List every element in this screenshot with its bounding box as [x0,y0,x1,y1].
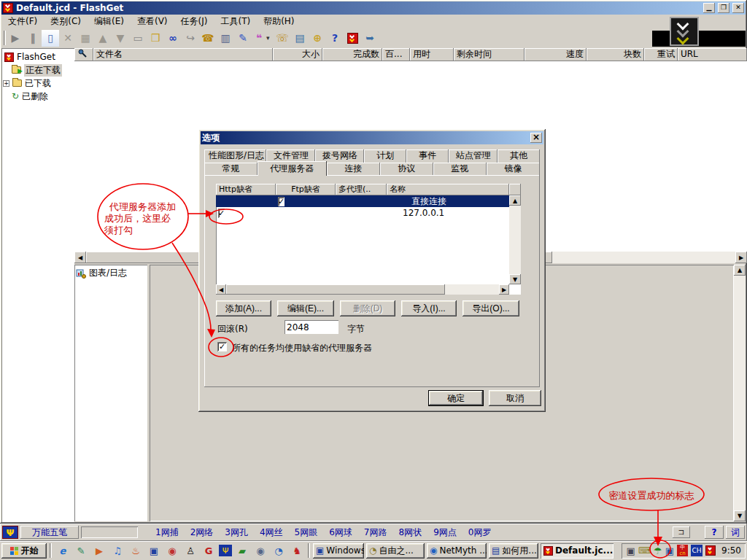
expander-plus-icon[interactable]: + [3,80,9,87]
ch-layout-icon[interactable]: CH [691,545,703,556]
column-blocks[interactable]: 块数 [587,48,644,61]
ime-name-button[interactable]: 万能五笔 [20,526,79,539]
cn-ime-icon[interactable]: 中 cn [677,545,688,556]
tree-item-deleted[interactable]: ↻ 已删除 [1,90,74,103]
tab-mirror[interactable]: 镜像 [487,163,540,176]
column-filename[interactable]: 文件名 [93,48,273,61]
scroll-right-icon[interactable]: ▶ [499,284,509,295]
properties-icon[interactable]: ▦ [77,30,94,47]
restore-button[interactable]: ❐ [718,3,729,13]
dropdown-arrow-icon[interactable]: ▾ [266,34,274,42]
flashget-toolbar-icon[interactable] [344,30,361,47]
site-explorer-icon[interactable]: ⊕ [309,30,326,47]
comment-icon[interactable]: ❝ [252,30,266,47]
menu-tools[interactable]: 工具(T) [214,14,257,29]
column-percent[interactable]: 百... [382,48,410,61]
column-name[interactable]: 名称 [387,184,509,195]
plug-icon[interactable]: ⌨ [638,545,651,556]
scroll-down-icon[interactable]: ▼ [734,510,746,521]
menu-edit[interactable]: 编辑(E) [88,14,131,29]
scroll-up-icon[interactable]: ▲ [734,265,746,276]
ime-candidate-1[interactable]: 1网捕 [155,526,179,539]
ime-mini-button[interactable]: コ [673,526,690,538]
column-multi-proxy[interactable]: 多代理(.. [336,184,387,195]
pin-column-header[interactable] [74,48,93,61]
column-http-default[interactable]: Http缺省 [216,184,276,195]
proxy-list-hscrollbar[interactable]: ◀ ▶ [216,284,509,295]
exit-icon[interactable]: ➥ [361,30,379,47]
lower-vscrollbar[interactable]: ▲ ▼ [734,265,746,521]
music-icon[interactable]: ♫ [109,543,125,558]
search-icon[interactable]: ◉ [164,543,180,558]
proxy-row-direct[interactable]: ✓ 直接连接 [216,195,509,207]
http-default-checkbox[interactable]: ✓ [218,209,225,218]
jump-icon[interactable]: ↪ [182,30,199,47]
umbrella-icon[interactable]: ☂ [654,545,662,556]
ime-help-button[interactable]: ? [705,526,724,539]
ime-candidate-5[interactable]: 5网眼 [295,526,318,539]
menu-file[interactable]: 文件(F) [1,14,44,29]
column-url[interactable]: URL [678,48,747,61]
export-button[interactable]: 导出(O)... [462,300,519,316]
menu-view[interactable]: 查看(V) [131,14,174,29]
minimize-button[interactable]: ▁ [703,3,715,13]
scroll-left-icon[interactable]: ◀ [74,252,86,263]
delete-icon[interactable]: ✕ [59,30,77,47]
ime-candidate-3[interactable]: 3网孔 [225,526,248,539]
antelope-icon[interactable]: ♞ [289,543,305,558]
ime-candidate-9[interactable]: 9网点 [433,526,457,539]
qq-penguin-icon[interactable]: ♙ [182,543,198,558]
pause-icon[interactable]: ‖ [24,30,42,47]
eye-icon[interactable]: ◉ [252,543,268,558]
tab-connection[interactable]: 连接 [327,163,380,176]
schedule-icon[interactable]: ☏ [274,30,291,47]
start-button[interactable]: 开始 [1,543,47,559]
ime-candidate-0[interactable]: 0网罗 [468,526,492,539]
ime-candidate-6[interactable]: 6网球 [329,526,352,539]
edit-log-icon[interactable]: ✎ [234,30,252,47]
network-computer-icon[interactable]: ▣ [626,545,635,556]
menu-category[interactable]: 类别(C) [44,14,88,29]
floppy-icon[interactable]: ▣ [146,543,162,558]
import-button[interactable]: 导入(I)... [401,300,457,316]
close-button[interactable]: ✕ [732,3,744,13]
wubi-logo-icon[interactable]: Ψ [2,526,18,539]
column-completed[interactable]: 完成数 [322,48,382,61]
column-retry[interactable]: 重试 [644,48,678,61]
open-folder-icon[interactable]: ❒ [147,30,164,47]
ime-candidate-4[interactable]: 4网丝 [260,526,283,539]
globe-icon[interactable]: ◔ [271,543,287,558]
rollback-input[interactable] [285,320,338,334]
add-button[interactable]: 添加(A)... [216,300,271,316]
ok-button[interactable]: 确定 [428,390,484,406]
scroll-thumb[interactable] [226,284,445,295]
proxy-row-127001[interactable]: ✓ 127.0.0.1 [216,207,509,219]
menu-task[interactable]: 任务(J) [174,14,214,29]
dialog-title-bar[interactable]: 选项 × [201,131,543,144]
tree-item-downloading[interactable]: ▶ 正在下载 [1,63,74,77]
column-size[interactable]: 大小 [273,48,322,61]
tunnel-monitor-icon[interactable]: ▣ [665,545,674,556]
tree-root-flashget[interactable]: FlashGet [1,50,74,63]
task-windows[interactable]: ▣ Windows ... [313,543,364,559]
edit-pad-icon[interactable]: ✎ [73,543,89,558]
computer-icon[interactable]: ▤ [291,30,309,47]
use-default-checkbox[interactable]: ✓ [217,342,227,351]
ime-candidate-2[interactable]: 2网络 [190,526,214,539]
edit-button[interactable]: 编辑(E)... [277,300,334,316]
task-ziyouzhi[interactable]: ◔ 自由之... [366,543,425,559]
task-default-flashget[interactable]: Default.jc... [541,543,614,559]
remote-monitor-icon[interactable]: ▥ [217,30,234,47]
tree-item-downloaded[interactable]: + 已下载 [1,77,74,90]
column-speed[interactable]: 速度 [525,48,587,61]
batch-download-icon[interactable]: ▭ [129,30,147,47]
column-ftp-default[interactable]: Ftp缺省 [276,184,336,195]
new-task-icon[interactable]: ▯ [42,30,59,47]
ime-input-field[interactable] [81,526,138,538]
ime-candidate-8[interactable]: 8网状 [398,526,422,539]
column-elapsed[interactable]: 用时 [410,48,454,61]
ie-icon[interactable]: e [55,543,71,558]
ftp-default-checkbox[interactable]: ✓ [278,197,285,206]
dial-icon[interactable]: ☎ [199,30,217,47]
tab-general[interactable]: 常规 [204,163,258,176]
